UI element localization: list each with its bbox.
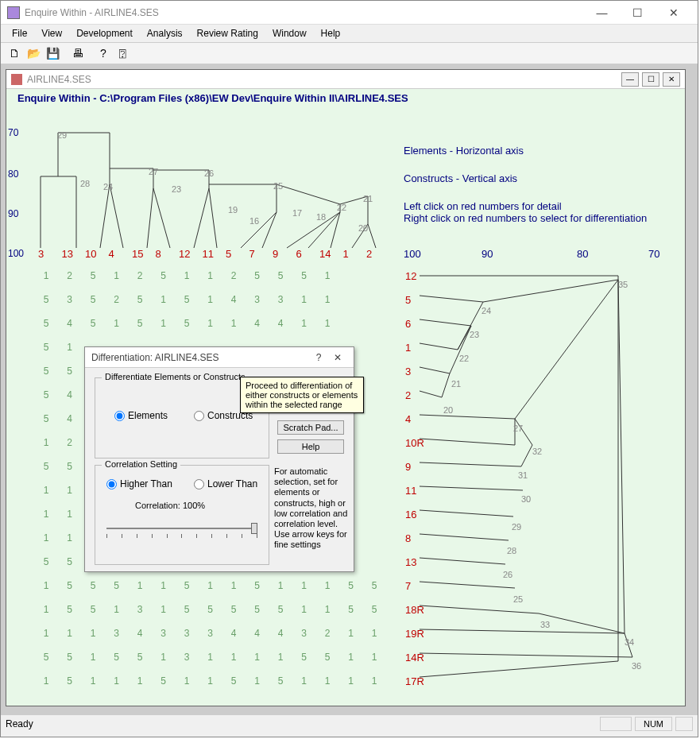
- titlebar: Enquire Within - AIRLINE4.SES — ☐ ✕: [1, 1, 698, 25]
- right-construct-11[interactable]: 11: [405, 485, 416, 497]
- grid-cell: 4: [273, 318, 288, 329]
- right-construct-14R[interactable]: 14R: [405, 652, 424, 664]
- open-icon[interactable]: 📂: [25, 44, 42, 62]
- right-node-28: 28: [507, 546, 516, 555]
- scratch-pad-button[interactable]: Scratch Pad...: [277, 420, 344, 435]
- top-element-14[interactable]: 14: [319, 248, 331, 260]
- grid-cell: 1: [132, 580, 148, 591]
- grid-cell: 1: [156, 580, 172, 591]
- grid-cell: 1: [203, 294, 219, 305]
- grid-cell: 1: [203, 318, 219, 329]
- child-maximize-button[interactable]: ☐: [642, 72, 659, 87]
- grid-cell: 3: [296, 628, 312, 639]
- right-construct-10R[interactable]: 10R: [405, 437, 424, 449]
- top-element-12[interactable]: 12: [179, 248, 190, 260]
- top-element-8[interactable]: 8: [156, 248, 161, 260]
- save-icon[interactable]: 💾: [44, 44, 61, 62]
- top-element-5[interactable]: 5: [226, 248, 231, 260]
- grid-cell: 1: [38, 437, 54, 448]
- print-icon[interactable]: 🖶: [69, 44, 87, 62]
- grid-cell: 1: [156, 604, 172, 615]
- right-construct-3[interactable]: 3: [405, 366, 411, 377]
- context-help-icon[interactable]: ⍰: [114, 44, 131, 62]
- grid-cell: 1: [273, 652, 288, 663]
- top-element-6[interactable]: 6: [296, 248, 302, 260]
- grid-cell: 1: [366, 628, 382, 639]
- grid-cell: 1: [62, 485, 78, 496]
- grid-cell: 1: [62, 628, 78, 639]
- right-construct-9[interactable]: 9: [405, 461, 411, 473]
- right-node-20: 20: [443, 405, 453, 415]
- grid-cell: 1: [38, 580, 54, 591]
- grid-cell: 4: [226, 628, 242, 639]
- dialog-help-button[interactable]: ?: [309, 352, 328, 363]
- grid-cell: 1: [249, 675, 265, 687]
- right-construct-8[interactable]: 8: [405, 532, 411, 544]
- radio-elements[interactable]: Elements: [114, 410, 168, 421]
- grid-cell: 1: [226, 652, 242, 663]
- grid-cell: 5: [296, 270, 312, 281]
- top-element-4[interactable]: 4: [109, 248, 114, 260]
- menu-analysis[interactable]: Analysis: [141, 26, 189, 41]
- menu-help[interactable]: Help: [315, 26, 347, 41]
- grid-cell: 5: [343, 580, 359, 591]
- grid-cell: 1: [85, 652, 101, 663]
- grid-cell: 1: [366, 652, 382, 663]
- menu-view[interactable]: View: [35, 26, 68, 41]
- top-element-11[interactable]: 11: [203, 248, 214, 260]
- new-icon[interactable]: 🗋: [6, 44, 23, 62]
- minimize-button[interactable]: —: [584, 2, 620, 24]
- right-construct-13[interactable]: 13: [405, 556, 416, 568]
- top-element-3[interactable]: 3: [38, 248, 44, 260]
- right-construct-17R[interactable]: 17R: [405, 675, 424, 687]
- top-element-10[interactable]: 10: [85, 248, 96, 260]
- grid-cell: 5: [38, 366, 54, 377]
- dialog-title: Differentiation: AIRLINE4.SES: [91, 352, 309, 363]
- right-node-34: 34: [625, 637, 634, 647]
- right-construct-5[interactable]: 5: [405, 294, 411, 306]
- top-element-15[interactable]: 15: [132, 248, 143, 260]
- top-element-9[interactable]: 9: [273, 248, 278, 260]
- grid-cell: 5: [38, 318, 54, 329]
- menu-file[interactable]: File: [6, 26, 33, 41]
- correlation-slider[interactable]: [106, 523, 257, 539]
- top-node-26: 26: [204, 168, 214, 178]
- grid-cell: 1: [343, 652, 359, 663]
- menu-review-rating[interactable]: Review Rating: [191, 26, 265, 41]
- right-construct-18R[interactable]: 18R: [405, 604, 424, 616]
- right-construct-7[interactable]: 7: [405, 580, 411, 592]
- radio-higher[interactable]: Higher Than: [106, 478, 172, 489]
- right-construct-12[interactable]: 12: [405, 270, 416, 282]
- top-node-25: 25: [273, 181, 283, 191]
- grid-cell: 5: [38, 342, 54, 353]
- help-icon[interactable]: ?: [95, 44, 112, 62]
- top-element-2[interactable]: 2: [366, 248, 372, 260]
- grid-cell: 1: [343, 675, 359, 687]
- right-construct-4[interactable]: 4: [405, 413, 411, 425]
- right-construct-2[interactable]: 2: [405, 389, 411, 401]
- grid-cell: 5: [273, 270, 288, 281]
- child-minimize-button[interactable]: —: [621, 72, 639, 87]
- maximize-button[interactable]: ☐: [620, 2, 656, 24]
- menu-window[interactable]: Window: [266, 26, 313, 41]
- top-element-7[interactable]: 7: [249, 248, 255, 260]
- grid-cell: 5: [179, 580, 195, 591]
- dialog-close-button[interactable]: ✕: [328, 352, 347, 363]
- grid-cell: 1: [296, 580, 312, 591]
- dialog-titlebar: Differentiation: AIRLINE4.SES ? ✕: [85, 347, 354, 368]
- top-element-13[interactable]: 13: [62, 248, 73, 260]
- menu-development[interactable]: Development: [70, 26, 139, 41]
- top-element-1[interactable]: 1: [343, 248, 349, 260]
- right-construct-1[interactable]: 1: [405, 342, 411, 354]
- grid-cell: 1: [319, 675, 335, 687]
- child-close-button[interactable]: ✕: [663, 72, 680, 87]
- close-button[interactable]: ✕: [656, 2, 691, 24]
- right-construct-6[interactable]: 6: [405, 318, 411, 330]
- grid-cell: 1: [156, 318, 172, 329]
- radio-lower[interactable]: Lower Than: [194, 478, 257, 489]
- grid-cell: 5: [38, 389, 54, 400]
- right-construct-16[interactable]: 16: [405, 509, 416, 520]
- right-node-26: 26: [503, 570, 512, 579]
- right-construct-19R[interactable]: 19R: [405, 628, 424, 640]
- help-button[interactable]: Help: [277, 439, 344, 454]
